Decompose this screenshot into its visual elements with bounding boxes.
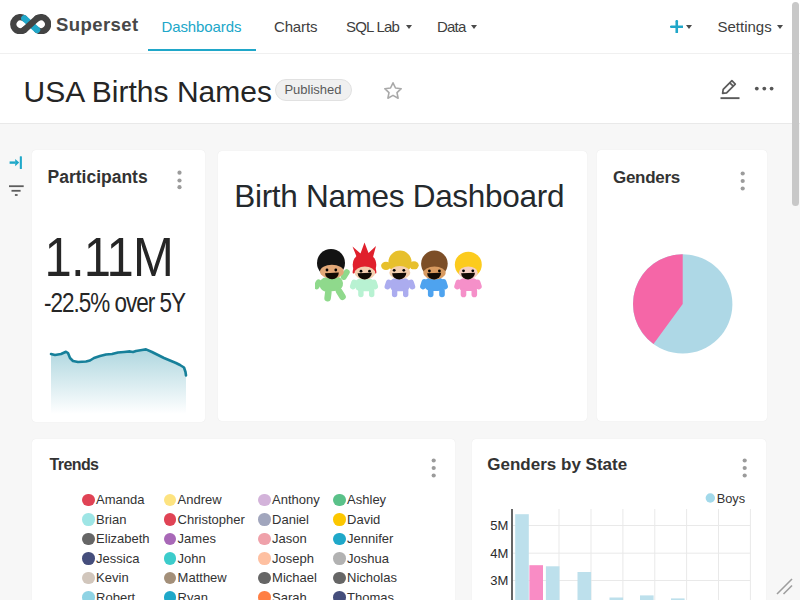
svg-text:Boys: Boys bbox=[717, 491, 745, 506]
svg-text:3M: 3M bbox=[490, 573, 508, 588]
svg-text:4M: 4M bbox=[490, 546, 508, 561]
svg-text:5M: 5M bbox=[490, 518, 508, 533]
